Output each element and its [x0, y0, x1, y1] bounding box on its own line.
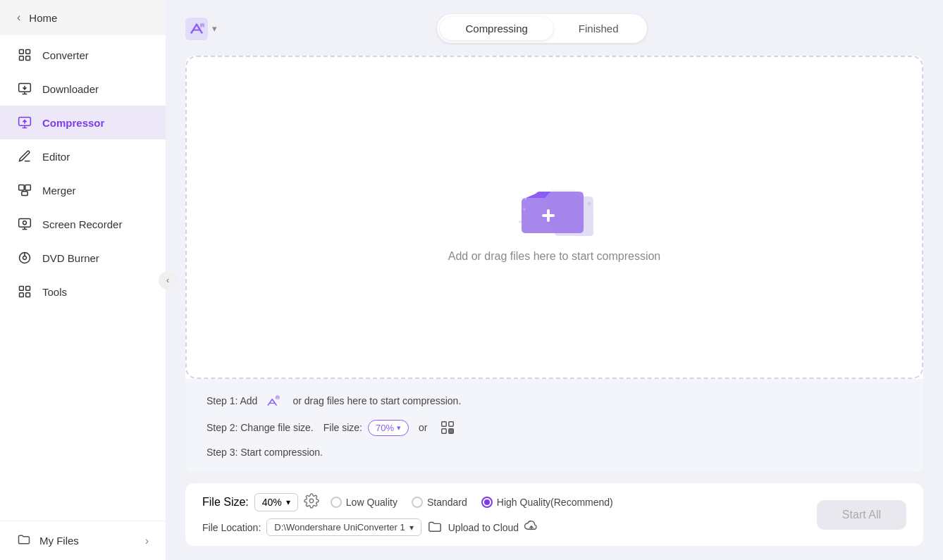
chevron-down-icon-location: ▾	[409, 523, 414, 533]
chevron-right-icon: ›	[145, 535, 149, 547]
svg-rect-7	[25, 185, 31, 191]
quality-high-option[interactable]: High Quality(Recommend)	[481, 497, 613, 508]
step-1-row: Step 1: Add + or drag files here to star…	[207, 393, 902, 409]
tab-group: Compressing Finished	[437, 14, 646, 43]
drop-area-text: Add or drag files here to start compress…	[448, 250, 660, 263]
step-2-row: Step 2: Change file size. File size: 70%…	[207, 417, 902, 438]
file-size-display: 40%	[262, 497, 282, 508]
svg-rect-15	[26, 287, 30, 291]
svg-rect-6	[19, 185, 25, 191]
upload-cloud-label: Upload to Cloud	[448, 522, 519, 533]
home-label: Home	[29, 12, 57, 24]
svg-rect-3	[26, 56, 30, 61]
step-1-prefix: Step 1: Add	[207, 395, 257, 406]
start-all-button[interactable]: Start All	[817, 500, 906, 530]
my-files-nav-item[interactable]: My Files ›	[0, 521, 166, 560]
svg-rect-1	[26, 50, 30, 54]
quality-settings-icon[interactable]	[304, 493, 319, 511]
quality-low-radio	[331, 497, 342, 508]
main-content: + ▾ Compressing Finished	[166, 0, 943, 560]
svg-point-28	[519, 220, 522, 223]
file-size-dropdown[interactable]: 70% ▾	[368, 420, 409, 436]
svg-rect-32	[449, 422, 453, 426]
sidebar-item-tools[interactable]: Tools	[0, 275, 166, 309]
svg-point-38	[309, 499, 314, 503]
converter-label: Converter	[42, 49, 89, 61]
quality-high-label: High Quality(Recommend)	[497, 497, 613, 508]
my-files-left: My Files	[17, 533, 79, 549]
screen-recorder-label: Screen Recorder	[42, 218, 122, 230]
step-2-file-size-label: File size:	[323, 422, 362, 433]
compressor-icon	[17, 115, 32, 130]
tab-finished[interactable]: Finished	[553, 17, 644, 40]
file-size-value: 70%	[376, 423, 394, 433]
svg-point-10	[23, 221, 27, 225]
svg-rect-16	[20, 293, 24, 297]
settings-icon-button[interactable]	[437, 417, 458, 438]
sidebar: ‹ Home Converter Downloader	[0, 0, 166, 560]
sidebar-collapse-button[interactable]: ‹	[159, 271, 177, 290]
quality-low-label: Low Quality	[346, 497, 397, 508]
quality-high-radio	[481, 497, 493, 508]
tools-icon	[17, 284, 32, 299]
file-location-label: File Location:	[202, 522, 261, 533]
my-files-label: My Files	[39, 535, 79, 547]
footer-row-2: File Location: D:\Wondershare UniConvert…	[202, 518, 817, 536]
svg-rect-31	[442, 422, 446, 426]
chevron-down-icon-small: ▾	[397, 423, 401, 433]
header: + ▾ Compressing Finished	[185, 14, 923, 43]
footer-rows: File Size: 40% ▾ Low Quality	[202, 493, 817, 536]
sidebar-nav: Converter Downloader Compressor	[0, 35, 166, 521]
quality-standard-label: Standard	[427, 497, 467, 508]
steps-area: Step 1: Add + or drag files here to star…	[185, 379, 923, 472]
step-1-suffix: or drag files here to start compression.	[292, 395, 461, 406]
step-3-text: Step 3: Start compression.	[207, 447, 323, 458]
dvd-burner-icon	[17, 250, 32, 266]
home-nav-item[interactable]: ‹ Home	[0, 0, 166, 35]
cloud-icon	[523, 519, 540, 535]
downloader-label: Downloader	[42, 83, 99, 95]
editor-label: Editor	[42, 151, 70, 163]
header-left: + ▾	[185, 18, 217, 40]
step-2-prefix: Step 2: Change file size.	[207, 422, 314, 433]
file-size-select[interactable]: 40% ▾	[254, 493, 298, 511]
tab-compressing[interactable]: Compressing	[440, 17, 553, 40]
editor-icon	[17, 149, 32, 164]
svg-text:+: +	[201, 25, 204, 30]
svg-point-25	[523, 208, 526, 211]
upload-to-cloud[interactable]: Upload to Cloud	[448, 519, 540, 535]
chevron-left-icon: ‹	[17, 11, 20, 24]
svg-rect-2	[20, 56, 24, 61]
or-label: or	[419, 422, 427, 433]
brand-logo[interactable]: + ▾	[185, 18, 217, 40]
drop-area[interactable]: Add or drag files here to start compress…	[185, 56, 923, 379]
sidebar-item-downloader[interactable]: Downloader	[0, 72, 166, 106]
quality-standard-radio	[412, 497, 423, 508]
sidebar-item-dvd-burner[interactable]: DVD Burner	[0, 241, 166, 275]
quality-low-option[interactable]: Low Quality	[331, 497, 397, 508]
merger-label: Merger	[42, 185, 76, 197]
sidebar-item-editor[interactable]: Editor	[0, 139, 166, 173]
downloader-icon	[17, 81, 32, 97]
svg-rect-33	[442, 429, 446, 433]
add-file-inline-icon: +	[266, 393, 284, 409]
footer: File Size: 40% ▾ Low Quality	[185, 483, 923, 546]
svg-rect-8	[22, 192, 27, 196]
sidebar-item-merger[interactable]: Merger	[0, 173, 166, 207]
svg-rect-18	[185, 18, 208, 40]
tools-label: Tools	[42, 286, 67, 298]
merger-icon	[17, 182, 32, 198]
open-folder-icon[interactable]	[427, 519, 443, 535]
sidebar-item-compressor[interactable]: Compressor	[0, 106, 166, 139]
content-box: Add or drag files here to start compress…	[185, 56, 923, 472]
svg-point-26	[587, 201, 591, 205]
svg-rect-14	[20, 287, 24, 291]
sidebar-item-screen-recorder[interactable]: Screen Recorder	[0, 207, 166, 241]
svg-rect-0	[20, 50, 24, 54]
quality-standard-option[interactable]: Standard	[412, 497, 467, 508]
sidebar-item-converter[interactable]: Converter	[0, 38, 166, 72]
dvd-burner-label: DVD Burner	[42, 252, 99, 264]
converter-icon	[17, 47, 32, 63]
file-location-select[interactable]: D:\Wondershare UniConverter 1 ▾	[266, 518, 421, 536]
my-files-icon	[17, 533, 31, 549]
